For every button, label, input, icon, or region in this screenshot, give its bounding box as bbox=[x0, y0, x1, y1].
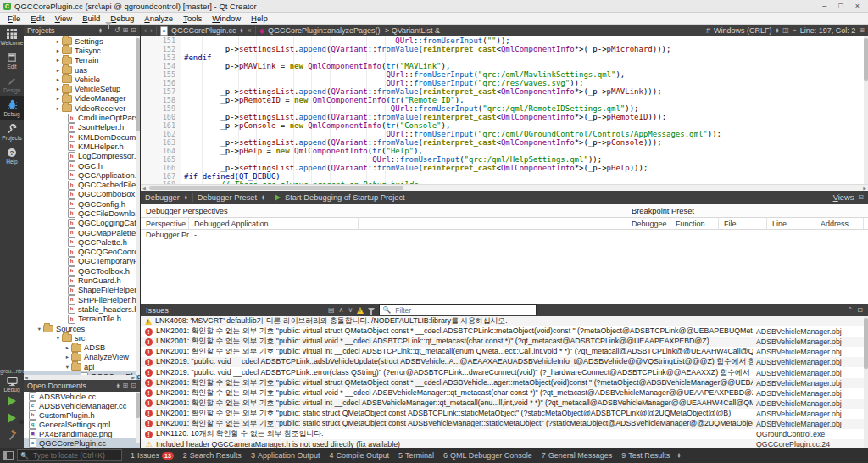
tree-item[interactable]: hQGCLoggingCategory.h bbox=[24, 219, 140, 228]
tree-expand-icon[interactable]: ▸ bbox=[54, 105, 62, 112]
tree-item[interactable]: hSHPFileHelper.h bbox=[24, 295, 140, 304]
issue-row[interactable]: !LNK2019: "public: void __cdecl ADSBTCPL… bbox=[141, 357, 868, 367]
symbol-dropdown[interactable]: QGCCorePlugin::analyzePages() -> QVarian… bbox=[268, 26, 440, 35]
annotation-toggle[interactable]: # bbox=[706, 26, 710, 35]
close-button[interactable]: × bbox=[855, 2, 860, 10]
document-tab[interactable]: QGCCorePlugin.cc bbox=[171, 26, 236, 35]
open-document-item[interactable]: cADSBVehicle.cc bbox=[24, 392, 140, 401]
link-icon[interactable]: ⌁ bbox=[793, 26, 797, 35]
tree-item[interactable]: hCmdLineOptParser.h bbox=[24, 113, 140, 122]
open-document-item[interactable]: qGeneralSettings.qml bbox=[24, 420, 140, 429]
menu-analyze[interactable]: Analyze bbox=[140, 14, 177, 23]
menu-file[interactable]: File bbox=[3, 14, 25, 23]
output-tab-terminal[interactable]: 5Terminal bbox=[398, 451, 434, 460]
tree-item[interactable]: hQGCPalette.h bbox=[24, 237, 140, 247]
mode-item-help[interactable]: ?Help bbox=[0, 143, 24, 167]
menu-build[interactable]: Build bbox=[78, 14, 104, 23]
forward-icon[interactable]: › bbox=[150, 26, 153, 35]
issue-row[interactable]: LNK4098: 'MSVCRT' defaultlib가 다른 라이브러리와 … bbox=[141, 316, 868, 326]
previous-item-icon[interactable]: ∧ bbox=[339, 306, 344, 314]
open-document-item[interactable]: hCustomPlugin.h bbox=[24, 410, 140, 420]
issue-row[interactable]: !LNK1120: 10개의 확인할 수 없는 외부 참조입니다.QGround… bbox=[141, 429, 868, 439]
menu-help[interactable]: Help bbox=[247, 14, 272, 23]
breakpoints-column[interactable]: Address bbox=[815, 218, 864, 229]
tree-expand-icon[interactable]: ▸ bbox=[54, 57, 62, 64]
mode-item-edit[interactable]: Edit bbox=[0, 48, 24, 72]
tree-item[interactable]: ▸VehicleSetup bbox=[24, 84, 140, 93]
tree-item[interactable]: hKMLDomDocument.h bbox=[24, 132, 140, 142]
clean-icon[interactable]: ▤ bbox=[328, 306, 335, 314]
tree-expand-icon[interactable]: ▸ bbox=[64, 354, 71, 360]
output-tab-search-results[interactable]: 2Search Results bbox=[183, 451, 242, 460]
debugger-combo-icon[interactable]: ▲▼ bbox=[184, 195, 188, 200]
open-documents-title[interactable]: Open Documents bbox=[27, 382, 114, 390]
tree-item[interactable]: ▸AnalyzeView bbox=[24, 353, 140, 362]
output-tab-test-results[interactable]: 9Test Results bbox=[621, 451, 670, 460]
tree-expand-icon[interactable]: ▾ bbox=[54, 335, 62, 342]
debug-run-button[interactable] bbox=[8, 413, 16, 423]
cursor-position[interactable]: Line: 197, Col: 2 bbox=[800, 26, 856, 35]
start-debugging-icon[interactable] bbox=[275, 194, 281, 201]
next-item-icon[interactable]: ∨ bbox=[348, 306, 353, 314]
tree-item[interactable]: ▾api bbox=[24, 362, 140, 371]
tree-expand-icon[interactable]: ▸ bbox=[54, 38, 62, 45]
tree-item[interactable]: ▸Terrain bbox=[24, 56, 140, 65]
start-debugging-label[interactable]: Start Debugging of Startup Project bbox=[285, 193, 405, 202]
tree-item[interactable]: ▸ADSB bbox=[24, 343, 140, 353]
tree-item[interactable]: hQGCToolbox.h bbox=[24, 266, 140, 276]
tree-item[interactable]: hRunGuard.h bbox=[24, 276, 140, 285]
issue-row[interactable]: ⚠Included header QGCCameraManager.h is n… bbox=[141, 439, 868, 448]
issue-row[interactable]: !LNK2001: 확인할 수 없는 외부 기호 "public: virtua… bbox=[141, 326, 868, 337]
issues-filter-input[interactable] bbox=[393, 305, 533, 315]
tree-item[interactable]: hQGCTemporaryFile.h bbox=[24, 257, 140, 266]
mode-item-welcome[interactable]: Welcome bbox=[0, 25, 24, 48]
issue-row[interactable]: !LNK2001: 확인할 수 없는 외부 기호 "public: static… bbox=[141, 419, 868, 429]
projects-panel-title[interactable]: Projects bbox=[27, 26, 96, 35]
breakpoints-column[interactable]: Function bbox=[670, 218, 719, 229]
tree-expand-icon[interactable]: ▸ bbox=[54, 95, 62, 102]
issue-row[interactable]: !LNK2001: 확인할 수 없는 외부 기호 "public: virtua… bbox=[141, 399, 868, 409]
debugger-select[interactable]: Debugger bbox=[145, 193, 180, 202]
tree-item[interactable]: hQGCCachedFileDownload.h bbox=[24, 180, 140, 189]
kit-selector-icon[interactable] bbox=[7, 376, 18, 387]
tree-item[interactable]: ▾Sources bbox=[24, 324, 140, 333]
tree-item[interactable]: hQGCConfig.h bbox=[24, 199, 140, 209]
add-panel-icon[interactable]: ⊞ bbox=[123, 26, 129, 35]
output-panes-combo-icon[interactable]: ▲▼ bbox=[676, 453, 681, 458]
views-menu[interactable]: Views bbox=[833, 193, 854, 202]
tree-item[interactable]: hQGCMapPalette.h bbox=[24, 228, 140, 237]
breakpoints-column[interactable]: Line bbox=[767, 218, 815, 229]
tree-item[interactable]: ▸Settings bbox=[24, 36, 140, 46]
output-tab-issues[interactable]: 1Issues13 bbox=[131, 451, 174, 460]
tree-expand-icon[interactable]: ▸ bbox=[54, 86, 62, 92]
tree-item[interactable]: ▸VideoManager bbox=[24, 94, 140, 103]
sidebar-toggle-icon[interactable] bbox=[3, 451, 14, 460]
menu-window[interactable]: Window bbox=[208, 14, 245, 23]
tree-expand-icon[interactable]: ▾ bbox=[64, 364, 71, 371]
tree-expand-icon[interactable]: ▸ bbox=[64, 344, 71, 351]
perspectives-row[interactable]: Debugger Pres...- bbox=[141, 230, 626, 240]
issue-row[interactable]: !LNK2001: 확인할 수 없는 외부 기호 "public: static… bbox=[141, 409, 868, 419]
open-document-item[interactable]: cADSBVehicleManager.cc bbox=[24, 401, 140, 410]
minimize-button[interactable]: – bbox=[822, 2, 826, 10]
open-document-item[interactable]: ▣PX4BrandImage.png bbox=[24, 429, 140, 438]
breakpoints-column[interactable]: Debuggee bbox=[626, 218, 670, 229]
issues-scrollbar[interactable] bbox=[864, 316, 868, 448]
document-combo-icon[interactable]: ▲▼ bbox=[240, 28, 244, 33]
output-tab-qml-debugger-console[interactable]: 6QML Debugger Console bbox=[443, 451, 532, 460]
open-documents-scrollbar[interactable] bbox=[136, 392, 140, 443]
tree-item[interactable]: hQGCQGeoCoordinate.h bbox=[24, 248, 140, 257]
issue-row[interactable]: !LNK2001: 확인할 수 없는 외부 기호 "public: virtua… bbox=[141, 378, 868, 388]
menu-view[interactable]: View bbox=[51, 14, 76, 23]
category-filter-icon[interactable] bbox=[368, 308, 375, 312]
locator-input[interactable] bbox=[31, 450, 119, 460]
tree-item[interactable]: hQGCComboBox.h bbox=[24, 190, 140, 199]
tree-item[interactable]: ▸uas bbox=[24, 65, 140, 75]
tree-item[interactable]: hQGCFileDownload.h bbox=[24, 209, 140, 218]
split-panel-icon[interactable]: ⊡ bbox=[131, 382, 136, 390]
split-panel-icon[interactable]: ⊡ bbox=[131, 26, 136, 35]
issue-row[interactable]: !LNK2001: 확인할 수 없는 외부 기호 "public: virtua… bbox=[141, 388, 868, 399]
tree-expand-icon[interactable]: ▸ bbox=[54, 67, 62, 74]
perspectives-column[interactable]: Perspective bbox=[141, 218, 189, 229]
maximize-panel-icon[interactable]: ⌃ bbox=[848, 306, 854, 314]
